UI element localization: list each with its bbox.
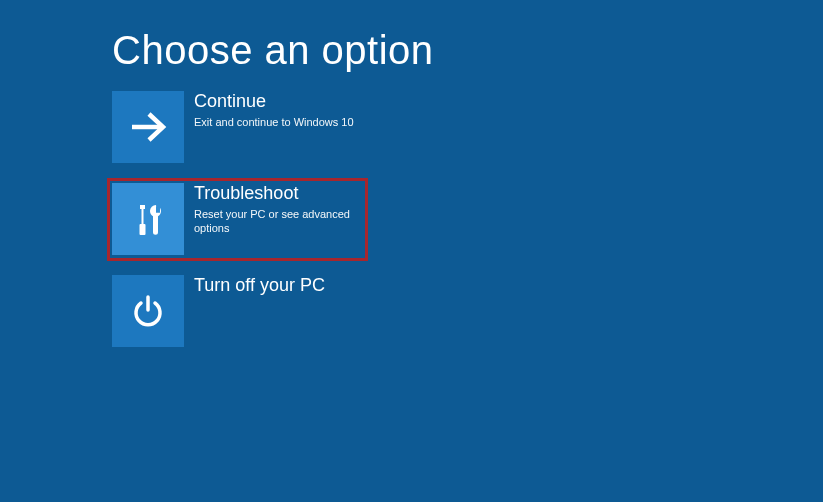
option-text: Turn off your PC [184, 275, 325, 297]
tile-troubleshoot [112, 183, 184, 255]
tile-turnoff [112, 275, 184, 347]
svg-rect-2 [142, 209, 144, 224]
page-title: Choose an option [0, 0, 823, 91]
option-title-turnoff: Turn off your PC [194, 275, 325, 297]
svg-rect-1 [140, 205, 145, 209]
option-continue[interactable]: Continue Exit and continue to Windows 10 [112, 91, 362, 163]
option-text: Continue Exit and continue to Windows 10 [184, 91, 354, 129]
option-title-continue: Continue [194, 91, 354, 113]
option-desc-troubleshoot: Reset your PC or see advanced options [194, 205, 362, 236]
option-troubleshoot[interactable]: Troubleshoot Reset your PC or see advanc… [107, 178, 368, 261]
option-title-troubleshoot: Troubleshoot [194, 183, 362, 205]
option-turnoff[interactable]: Turn off your PC [112, 275, 362, 347]
tile-continue [112, 91, 184, 163]
svg-rect-3 [140, 224, 146, 235]
option-text: Troubleshoot Reset your PC or see advanc… [184, 183, 362, 235]
power-icon [128, 291, 168, 331]
tools-icon [126, 197, 170, 241]
arrow-right-icon [127, 106, 169, 148]
option-desc-continue: Exit and continue to Windows 10 [194, 113, 354, 129]
